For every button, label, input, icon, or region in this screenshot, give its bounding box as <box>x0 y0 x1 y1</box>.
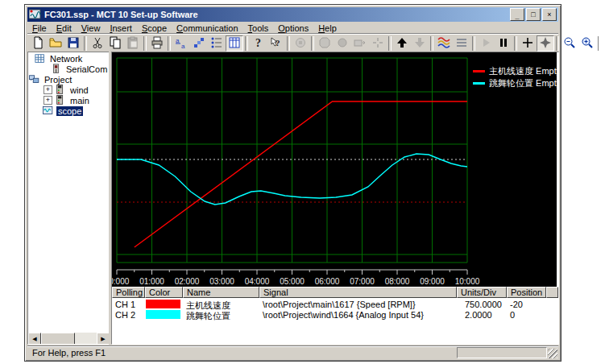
scope-wave-icon <box>43 105 54 117</box>
flat-lines-button[interactable] <box>453 35 470 52</box>
x-axis-label: 04:000 <box>245 277 270 286</box>
desktop: FC301.ssp - MCT 10 Set-up Software _□× F… <box>0 0 605 364</box>
pause-button[interactable] <box>495 35 512 52</box>
help-icon: ? <box>252 36 265 51</box>
title-bar[interactable]: FC301.ssp - MCT 10 Set-up Software _□× <box>27 7 558 22</box>
parameter-grid-icon <box>228 36 241 51</box>
network-grid-icon <box>35 53 46 64</box>
cell-polling[interactable]: CH 1 <box>112 300 145 310</box>
sync-icon <box>371 36 384 51</box>
cell-polling[interactable]: CH 2 <box>112 310 145 321</box>
menu-options[interactable]: Options <box>273 23 313 34</box>
zoom-in-button[interactable] <box>578 35 596 52</box>
toolbar-separator <box>556 36 559 51</box>
x-axis-label: 01:000 <box>139 277 164 286</box>
parameter-grid-button[interactable] <box>226 35 243 52</box>
x-axis-label: 08:000 <box>385 277 410 286</box>
menu-edit[interactable]: Edit <box>52 23 77 34</box>
column-header-polling[interactable]: Polling <box>112 287 145 298</box>
column-header-spacer[interactable] <box>546 287 558 298</box>
menu-view[interactable]: View <box>77 23 106 34</box>
menu-communication[interactable]: Communication <box>172 23 242 34</box>
cell-name[interactable]: 主机线速度 <box>183 300 259 310</box>
toolbar-separator <box>514 36 517 51</box>
help-button[interactable]: ? <box>250 35 267 52</box>
svg-text:?: ? <box>255 37 261 49</box>
cell-signal[interactable]: \root\Project\wind\1664 {Analog Input 54… <box>259 310 457 321</box>
menu-tools[interactable]: Tools <box>243 23 274 34</box>
legend-entry: 主机线速度 Empty <box>473 65 559 77</box>
copy-pages-icon <box>109 36 122 51</box>
arrow-up-button[interactable] <box>393 35 411 52</box>
new-document-icon <box>31 36 44 51</box>
open-folder-button[interactable] <box>47 35 64 52</box>
context-help-button[interactable]: ? <box>267 35 285 52</box>
column-header-name[interactable]: Name <box>183 287 259 298</box>
modem-icon <box>294 36 307 51</box>
record-circle-button <box>334 35 351 52</box>
print-button[interactable] <box>148 35 166 52</box>
minimize-button[interactable]: _ <box>510 8 524 21</box>
paste-clipboard-icon <box>126 36 139 51</box>
field-setup-button[interactable]: aa <box>172 35 190 52</box>
network-scan-button[interactable] <box>190 35 208 52</box>
scroll-left-arrow-icon[interactable]: ◀ <box>28 333 41 345</box>
project-tree: NetworkSerialComProject+wind+mainscope <box>28 53 110 333</box>
menu-file[interactable]: File <box>27 23 52 34</box>
menu-help[interactable]: Help <box>313 23 342 34</box>
zoom-star-button[interactable] <box>537 35 554 52</box>
legend-color-dash <box>473 70 485 72</box>
menu-scope[interactable]: Scope <box>137 23 172 34</box>
close-button[interactable]: × <box>542 8 557 21</box>
cell-position[interactable]: -20 <box>507 300 546 310</box>
scroll-track[interactable] <box>75 333 97 344</box>
x-axis-label: 02:000 <box>175 277 200 286</box>
cell-signal[interactable]: \root\Project\main\1617 {Speed [RPM]} <box>259 300 457 310</box>
column-header-position[interactable]: Position <box>507 287 546 298</box>
save-floppy-icon <box>67 36 80 51</box>
save-floppy-button[interactable] <box>64 35 82 52</box>
menu-insert[interactable]: Insert <box>105 23 137 34</box>
sidebar-item-main[interactable]: +main <box>28 95 110 105</box>
resize-grip[interactable] <box>548 349 557 358</box>
scroll-thumb[interactable] <box>41 333 75 345</box>
sidebar-item-project[interactable]: Project <box>28 74 110 85</box>
cell-units_div[interactable]: 750.0000 <box>457 300 507 310</box>
drive-unit-icon <box>55 85 66 96</box>
toolbar-separator <box>143 36 147 51</box>
sidebar-item-scope[interactable]: scope <box>28 105 110 116</box>
copy-pages-button[interactable] <box>106 35 124 52</box>
project-icon <box>29 74 40 85</box>
maximize-button[interactable]: □ <box>526 8 541 21</box>
open-folder-icon <box>49 36 62 51</box>
cell-position[interactable]: 0 <box>507 310 546 321</box>
column-header-signal[interactable]: Signal <box>259 287 457 298</box>
column-header-color[interactable]: Color <box>145 287 183 298</box>
legend-color-dash <box>473 82 485 85</box>
cell-name[interactable]: 跳舞轮位置 <box>183 310 259 321</box>
tree-item-label: SerialCom <box>64 64 109 74</box>
column-header-unitsdiv[interactable]: Units/Div <box>457 287 507 298</box>
scope-waves-button[interactable] <box>435 35 453 52</box>
toolbar-separator <box>168 36 171 51</box>
expand-plus-icon[interactable]: + <box>44 85 52 94</box>
sidebar-item-wind[interactable]: +wind <box>28 85 110 95</box>
serial-device-icon <box>51 64 62 75</box>
play-button <box>477 35 495 52</box>
cut-scissors-button[interactable] <box>89 35 106 52</box>
trace-ch1 <box>135 101 467 247</box>
sidebar-item-serialcom[interactable]: SerialCom <box>28 64 110 74</box>
toolbar: aa?? <box>27 34 558 52</box>
legend-label: 主机线速度 Empty <box>489 65 559 77</box>
scope-chart-canvas[interactable]: 00:00001:00002:00003:00004:00005:00006:0… <box>112 52 557 287</box>
sidebar-item-network[interactable]: Network <box>28 53 110 64</box>
new-document-button[interactable] <box>29 35 47 52</box>
zoom-out-button[interactable] <box>561 35 578 52</box>
cell-units_div[interactable]: 2.0000 <box>457 310 507 321</box>
crosshair-button[interactable] <box>519 35 537 52</box>
scroll-right-arrow-icon[interactable]: ▶ <box>97 333 110 345</box>
tree-h-scrollbar[interactable]: ◀ ▶ <box>28 333 110 344</box>
expand-plus-icon[interactable]: + <box>44 96 52 105</box>
tree-item-label: wind <box>68 85 90 95</box>
parameter-list-button[interactable] <box>208 35 226 52</box>
